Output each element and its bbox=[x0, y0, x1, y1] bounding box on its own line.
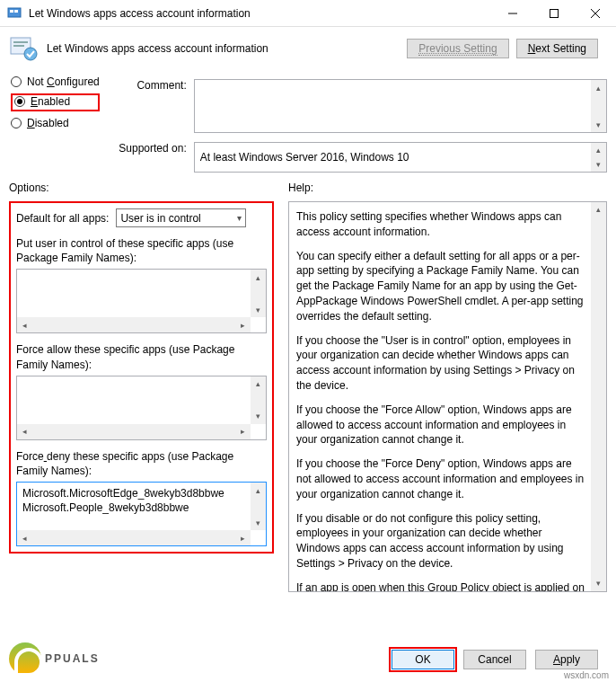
svg-rect-4 bbox=[550, 9, 559, 17]
scrollbar-vertical[interactable]: ▴ ▾ bbox=[591, 143, 606, 172]
radio-label: Disabled bbox=[27, 117, 69, 129]
scrollbar-vertical[interactable]: ▴ ▾ bbox=[591, 80, 606, 132]
help-header: Help: bbox=[288, 182, 607, 194]
supported-on-textbox: At least Windows Server 2016, Windows 10… bbox=[194, 142, 607, 173]
policy-title: Let Windows apps access account informat… bbox=[47, 42, 407, 55]
chevron-down-icon: ▾ bbox=[237, 213, 242, 223]
scrollbar-horizontal[interactable]: ◂▸ bbox=[17, 424, 251, 439]
scrollbar-vertical[interactable]: ▴▾ bbox=[251, 270, 266, 317]
force-deny-listbox[interactable]: Microsoft.MicrosoftEdge_8wekyb3d8bbwe Mi… bbox=[16, 482, 267, 546]
scroll-up-icon[interactable]: ▴ bbox=[591, 80, 606, 95]
scroll-down-icon[interactable]: ▾ bbox=[591, 576, 606, 591]
minimize-button[interactable] bbox=[492, 0, 533, 26]
help-textbox: This policy setting specifies whether Wi… bbox=[288, 201, 607, 592]
scrollbar-horizontal[interactable]: ◂▸ bbox=[17, 530, 251, 545]
force-deny-label: Force deny these specific apps (use Pack… bbox=[16, 449, 267, 478]
radio-circle-icon bbox=[11, 76, 22, 87]
svg-point-10 bbox=[24, 48, 37, 60]
comment-label: Comment: bbox=[118, 79, 194, 92]
scroll-up-icon[interactable]: ▴ bbox=[591, 202, 606, 217]
policy-header: Let Windows apps access account informat… bbox=[0, 27, 616, 70]
watermark-logo: PPUALS bbox=[9, 642, 100, 675]
window-controls bbox=[492, 0, 616, 26]
force-allow-listbox[interactable]: ▴▾ ◂▸ bbox=[16, 376, 267, 440]
scroll-down-icon[interactable]: ▾ bbox=[591, 117, 606, 132]
window-title: Let Windows apps access account informat… bbox=[29, 7, 492, 20]
scrollbar-vertical[interactable]: ▴▾ bbox=[251, 483, 266, 530]
scroll-down-icon[interactable]: ▾ bbox=[591, 157, 606, 172]
radio-not-configured[interactable]: Not Configured bbox=[11, 75, 100, 88]
watermark-site: wsxdn.com bbox=[564, 670, 609, 680]
svg-rect-8 bbox=[13, 41, 28, 43]
window-icon bbox=[7, 6, 22, 21]
policy-icon bbox=[9, 34, 38, 63]
appuals-icon bbox=[9, 642, 41, 675]
radio-enabled[interactable]: Enabled bbox=[11, 93, 100, 111]
force-allow-label: Force allow these specific apps (use Pac… bbox=[16, 342, 267, 371]
titlebar: Let Windows apps access account informat… bbox=[0, 0, 616, 27]
ok-button[interactable]: OK bbox=[392, 650, 454, 669]
put-user-listbox[interactable]: ▴▾ ◂▸ bbox=[16, 269, 267, 333]
radio-label: Not Configured bbox=[27, 75, 100, 88]
options-header: Options: bbox=[9, 182, 274, 194]
state-radio-group: Not Configured Enabled Disabled bbox=[9, 75, 100, 129]
comment-textbox[interactable]: ▴ ▾ bbox=[194, 79, 607, 133]
put-user-label: Put user in control of these specific ap… bbox=[16, 236, 267, 265]
radio-circle-icon bbox=[14, 96, 25, 107]
scrollbar-vertical[interactable]: ▴▾ bbox=[251, 376, 266, 424]
cancel-button[interactable]: Cancel bbox=[463, 650, 526, 669]
radio-label: Enabled bbox=[31, 95, 70, 108]
svg-rect-9 bbox=[13, 45, 24, 47]
scrollbar-horizontal[interactable]: ◂▸ bbox=[17, 317, 251, 332]
svg-rect-2 bbox=[14, 10, 18, 13]
radio-disabled[interactable]: Disabled bbox=[11, 117, 100, 129]
scrollbar-vertical[interactable]: ▴ ▾ bbox=[591, 202, 606, 591]
radio-circle-icon bbox=[11, 118, 22, 128]
apply-button[interactable]: Apply bbox=[535, 650, 598, 669]
dialog-footer: OK Cancel Apply bbox=[392, 650, 598, 669]
default-for-all-select[interactable]: User is in control ▾ bbox=[116, 208, 246, 227]
previous-setting-button[interactable]: Previous Setting bbox=[407, 39, 508, 58]
supported-on-label: Supported on: bbox=[118, 142, 194, 155]
svg-rect-1 bbox=[10, 10, 13, 13]
scroll-up-icon[interactable]: ▴ bbox=[591, 143, 606, 157]
maximize-button[interactable] bbox=[533, 0, 575, 26]
close-button[interactable] bbox=[575, 0, 616, 26]
default-for-all-label: Default for all apps: bbox=[16, 212, 109, 225]
next-setting-button[interactable]: Next Setting bbox=[516, 39, 598, 58]
nav-buttons: Previous Setting Next Setting bbox=[407, 39, 598, 58]
options-panel: Default for all apps: User is in control… bbox=[9, 201, 274, 554]
